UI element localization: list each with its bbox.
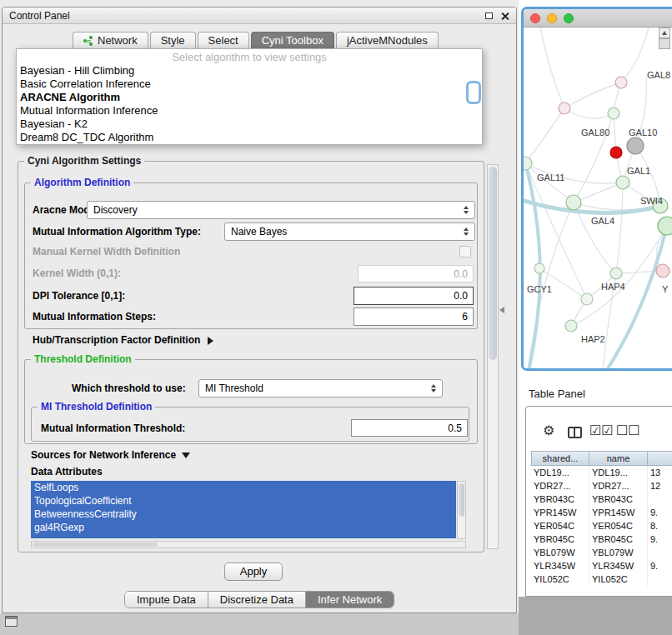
mi-threshold-group-title: MI Threshold Definition bbox=[38, 402, 155, 412]
table-row[interactable]: YIL052CYIL052C bbox=[531, 572, 672, 586]
network-node[interactable] bbox=[615, 77, 627, 88]
network-node[interactable] bbox=[559, 102, 570, 114]
restore-window-icon[interactable] bbox=[5, 616, 18, 627]
algorithm-option-dream8-dc-tdc-algorithm[interactable]: Dream8 DC_TDC Algorithm bbox=[17, 131, 482, 144]
panel-collapse-icon[interactable] bbox=[499, 307, 504, 313]
algorithm-option-bayesian-hill-climbing[interactable]: Bayesian - Hill Climbing bbox=[17, 64, 482, 78]
stepper-icon bbox=[464, 206, 469, 214]
expanded-arrow-icon[interactable] bbox=[182, 452, 190, 458]
attributes-hscrollbar-thumb[interactable] bbox=[33, 542, 158, 547]
mi-algorithm-type-select[interactable]: Naive Bayes bbox=[224, 222, 475, 241]
table-row[interactable]: YDL19...YDL19...13 bbox=[531, 466, 672, 479]
tab-style[interactable]: Style bbox=[150, 32, 196, 48]
manual-kernel-checkbox[interactable] bbox=[459, 246, 471, 258]
table-cell: 9. bbox=[648, 532, 672, 546]
aracne-mode-value: Discovery bbox=[93, 204, 138, 216]
table-row[interactable]: YBR043CYBR043C bbox=[531, 492, 672, 506]
attribute-list-item[interactable]: SelfLoops bbox=[31, 481, 456, 494]
settings-scrollbar-thumb[interactable] bbox=[489, 167, 497, 360]
control-panel-titlebar[interactable]: Control Panel bbox=[3, 8, 516, 24]
table-row[interactable]: YBL079WYBL079W bbox=[531, 546, 672, 559]
network-node[interactable] bbox=[610, 268, 622, 279]
network-window-titlebar[interactable] bbox=[524, 9, 672, 28]
network-node-label: GAL80 bbox=[581, 128, 609, 138]
table-row[interactable]: YER054CYER054C8. bbox=[531, 519, 672, 532]
table-row[interactable]: YBR045CYBR045C9. bbox=[531, 532, 672, 546]
gear-icon[interactable]: ⚙ bbox=[543, 423, 554, 438]
float-window-icon[interactable] bbox=[485, 12, 493, 19]
network-node[interactable] bbox=[656, 264, 669, 278]
column-header-extra[interactable] bbox=[648, 451, 672, 466]
algorithm-dropdown-popup: Select algorithm to view settings Bayesi… bbox=[16, 48, 483, 145]
attribute-list-item[interactable]: gal4RGexp bbox=[31, 521, 456, 534]
algorithm-option-basic-correlation-inference[interactable]: Basic Correlation Inference bbox=[17, 78, 482, 91]
columns-icon[interactable] bbox=[568, 427, 582, 438]
network-scrollbar-thumb[interactable] bbox=[659, 38, 670, 49]
network-node[interactable] bbox=[658, 217, 672, 235]
attributes-list-vscrollbar[interactable] bbox=[457, 481, 466, 539]
bottom-tab-impute-data[interactable]: Impute Data bbox=[125, 592, 208, 608]
table-row[interactable]: YDR27...YDR27...12 bbox=[531, 479, 672, 492]
attribute-list-item[interactable]: BetweennessCentrality bbox=[31, 508, 456, 521]
bottom-tab-bar: Impute DataDiscretize DataInfer Network bbox=[124, 591, 394, 608]
checked-boxes-icon[interactable]: ☑☑ bbox=[589, 423, 614, 438]
attribute-list-item[interactable]: TopologicalCoefficient bbox=[31, 494, 456, 508]
mi-threshold-field[interactable]: 0.5 bbox=[351, 419, 468, 437]
column-header-shared-[interactable]: shared... bbox=[531, 451, 589, 466]
dpi-tolerance-field[interactable]: 0.0 bbox=[354, 287, 474, 305]
network-scroll-up-icon[interactable] bbox=[659, 28, 670, 38]
tab-cyni-toolbox[interactable]: Cyni Toolbox bbox=[251, 32, 334, 48]
network-canvas[interactable]: GAL8GAL80GAL10GAL1GAL11SWI4GAL4GCY1HAP4Y… bbox=[524, 28, 672, 368]
network-node[interactable] bbox=[534, 263, 544, 273]
bottom-tab-discretize-data[interactable]: Discretize Data bbox=[208, 592, 306, 608]
network-node[interactable] bbox=[565, 320, 577, 332]
network-node[interactable] bbox=[524, 157, 532, 170]
attributes-vscrollbar-thumb[interactable] bbox=[459, 483, 464, 517]
network-node[interactable] bbox=[616, 176, 629, 189]
network-edge[interactable] bbox=[540, 28, 564, 108]
bottom-tab-infer-network[interactable]: Infer Network bbox=[306, 592, 394, 608]
close-traffic-light-icon[interactable] bbox=[530, 13, 540, 23]
collapsed-arrow-icon[interactable] bbox=[208, 337, 213, 345]
which-threshold-select[interactable]: MI Threshold bbox=[198, 379, 443, 398]
minimize-traffic-light-icon[interactable] bbox=[547, 13, 557, 23]
network-edge[interactable] bbox=[564, 82, 621, 108]
network-node[interactable] bbox=[608, 108, 619, 119]
network-edge[interactable] bbox=[616, 182, 623, 273]
algorithm-option-aracne-algorithm[interactable]: ARACNE Algorithm bbox=[17, 91, 482, 104]
attributes-list-hscrollbar[interactable] bbox=[31, 541, 466, 548]
column-header-name[interactable]: name bbox=[589, 451, 648, 466]
data-attributes-list[interactable]: SelfLoopsTopologicalCoefficientBetweenne… bbox=[31, 481, 456, 538]
unchecked-boxes-icon[interactable]: ☐☐ bbox=[616, 423, 640, 438]
network-node[interactable] bbox=[610, 147, 622, 158]
network-edge[interactable] bbox=[525, 108, 564, 163]
attribute-list-item-partial[interactable] bbox=[31, 534, 456, 538]
table-row[interactable]: YLR345WYLR345W9. bbox=[531, 559, 672, 572]
table-row[interactable]: YPR145WYPR145W9. bbox=[531, 506, 672, 519]
tab-select[interactable]: Select bbox=[198, 32, 249, 48]
network-node[interactable] bbox=[581, 293, 593, 305]
mi-steps-field[interactable]: 6 bbox=[354, 308, 474, 326]
settings-scrollbar[interactable] bbox=[487, 164, 499, 549]
network-graph[interactable]: GAL8GAL80GAL10GAL1GAL11SWI4GAL4GCY1HAP4Y… bbox=[524, 28, 672, 368]
tab-network[interactable]: Network bbox=[73, 32, 148, 48]
network-node[interactable] bbox=[566, 195, 581, 210]
algorithm-option-bayesian-k2[interactable]: Bayesian - K2 bbox=[17, 118, 482, 131]
sources-section-toggle[interactable]: Sources for Network Inference bbox=[31, 449, 190, 461]
kernel-width-label: Kernel Width (0,1): bbox=[33, 268, 121, 279]
network-edge[interactable] bbox=[564, 108, 614, 118]
focused-button-fragment[interactable] bbox=[466, 81, 481, 104]
network-edge[interactable] bbox=[621, 28, 649, 82]
aracne-mode-select[interactable]: Discovery bbox=[87, 201, 475, 219]
network-node[interactable] bbox=[627, 138, 644, 154]
hub-section-toggle[interactable]: Hub/Transcription Factor Definition bbox=[33, 334, 213, 346]
table-cell: YDL19... bbox=[531, 466, 589, 479]
apply-button[interactable]: Apply bbox=[224, 562, 283, 581]
close-icon[interactable] bbox=[500, 12, 509, 21]
zoom-traffic-light-icon[interactable] bbox=[564, 13, 574, 23]
algorithm-option-mutual-information-inference[interactable]: Mutual Information Inference bbox=[17, 104, 482, 118]
tab-jactivemnodules[interactable]: jActiveMNodules bbox=[336, 32, 439, 48]
table-cell: YBL079W bbox=[531, 546, 589, 559]
kernel-width-field[interactable]: 0.0 bbox=[358, 265, 474, 282]
data-attributes-label: Data Attributes bbox=[31, 466, 103, 478]
